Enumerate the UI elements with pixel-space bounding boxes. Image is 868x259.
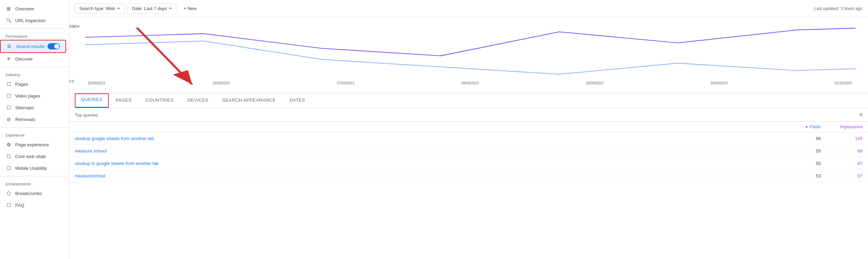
section-experience: Experience — [0, 130, 69, 139]
star-icon: ✳ — [6, 56, 12, 62]
section-indexing: Indexing — [0, 69, 69, 78]
section-performance: Performance — [0, 31, 69, 40]
divider-1 — [0, 28, 69, 29]
sidebar-item-core-web-vitals[interactable]: ☐ Core web vitals — [0, 150, 66, 162]
last-updated-label: Last updated: 3 hours ago — [814, 6, 862, 11]
sidebar-label-core-web-vitals: Core web vitals — [15, 154, 46, 159]
sidebar-label-video-pages: Video pages — [15, 93, 40, 99]
sidebar-item-sitemaps[interactable]: ☐ Sitemaps — [0, 102, 66, 113]
sidebar-label-page-experience: Page experience — [15, 142, 49, 147]
sidebar-item-search-results[interactable]: G Search results — [0, 40, 66, 53]
clicks-val-1: 96 — [779, 136, 821, 141]
sidebar-label-discover: Discover — [15, 56, 33, 62]
sidebar-label-overview: Overview — [15, 6, 34, 11]
chart-area: 1.5K 0 60K 0 25/09/2023 26/09/2023 27/09… — [69, 17, 868, 93]
impressions-val-4: 87 — [821, 173, 862, 178]
tab-dates[interactable]: DATES — [283, 93, 312, 108]
table-row[interactable]: measureschool 53 87 — [69, 170, 868, 182]
sidebar-label-sitemaps: Sitemaps — [15, 105, 34, 110]
sidebar-label-faq: FAQ — [15, 203, 24, 208]
divider-3 — [0, 127, 69, 128]
remove-icon: ⊘ — [6, 116, 12, 122]
divider-4 — [0, 176, 69, 176]
faq-icon: ☐ — [6, 202, 12, 208]
sidebar-item-breadcrumbs[interactable]: ⬡ Breadcrumbs — [0, 187, 66, 199]
table-section-title: Top queries — [75, 112, 859, 118]
search-type-filter[interactable]: Search type: Web ✏ — [75, 3, 125, 13]
mobile-icon: ☐ — [6, 165, 12, 171]
date-label: Date: Last 7 days — [132, 6, 167, 11]
video-icon: ☐ — [6, 93, 12, 99]
tab-devices-label: DEVICES — [187, 98, 208, 103]
table-row[interactable]: vlookup google sheets from another tab 9… — [69, 132, 868, 145]
sidebar-label-pages: Pages — [15, 82, 28, 87]
clicks-val-4: 53 — [779, 173, 821, 178]
plus-icon: + — [184, 6, 186, 11]
sort-down-icon: ▼ — [805, 125, 808, 129]
search-icon: 🔍 — [6, 17, 12, 24]
performance-chart — [85, 26, 856, 82]
sidebar: ⊞ Overview 🔍 URL inspection Performance … — [0, 0, 69, 259]
impressions-val-2: 88 — [821, 148, 862, 154]
impressions-val-3: 87 — [821, 161, 862, 166]
tab-countries-label: COUNTRIES — [145, 98, 173, 103]
sidebar-label-mobile-usability: Mobile Usability — [15, 166, 47, 171]
edit-icon: ✏ — [117, 6, 120, 11]
divider-2 — [0, 67, 69, 67]
tab-devices[interactable]: DEVICES — [180, 93, 215, 108]
query-text-2: measure school — [75, 148, 779, 154]
google-icon: G — [6, 43, 12, 49]
breadcrumb-icon: ⬡ — [6, 190, 12, 196]
sidebar-item-faq[interactable]: ☐ FAQ — [0, 199, 66, 211]
tabs-bar: QUERIES PAGES COUNTRIES DEVICES SEARCH A… — [69, 93, 868, 108]
date-filter[interactable]: Date: Last 7 days ✏ — [127, 3, 177, 13]
page-icon: ☐ — [6, 81, 12, 87]
sidebar-item-video-pages[interactable]: ☐ Video pages — [0, 90, 66, 102]
clicks-val-2: 55 — [779, 148, 821, 154]
tab-pages-label: PAGES — [116, 98, 132, 103]
sidebar-item-removals[interactable]: ⊘ Removals — [0, 113, 66, 125]
table-header: Top queries ≡ — [69, 108, 868, 122]
sidebar-item-url-inspection[interactable]: 🔍 URL inspection — [0, 15, 66, 26]
col-header-clicks[interactable]: ▼ Clicks — [779, 124, 821, 129]
new-button[interactable]: + New — [179, 4, 201, 13]
column-header-row: ▼ Clicks Impressions — [69, 122, 868, 132]
tab-dates-label: DATES — [289, 98, 305, 103]
search-type-label: Search type: Web — [79, 6, 115, 11]
query-text-1: vlookup google sheets from another tab — [75, 136, 779, 141]
tab-countries[interactable]: COUNTRIES — [138, 93, 180, 108]
sidebar-label-search-results: Search results — [16, 44, 45, 49]
sidebar-item-overview[interactable]: ⊞ Overview — [0, 3, 66, 15]
tab-search-appearance-label: SEARCH APPEARANCE — [222, 98, 276, 103]
sidebar-item-mobile-usability[interactable]: ☐ Mobile Usability — [0, 162, 66, 174]
cwv-icon: ☐ — [6, 153, 12, 159]
query-text-4: measureschool — [75, 173, 779, 178]
new-label: New — [188, 6, 197, 11]
clicks-val-3: 55 — [779, 161, 821, 166]
filter-icon[interactable]: ≡ — [859, 112, 862, 118]
query-text-3: vlookup in google sheets from another ta… — [75, 161, 779, 166]
topbar: Search type: Web ✏ Date: Last 7 days ✏ +… — [69, 0, 868, 17]
col-header-impressions[interactable]: Impressions — [821, 124, 862, 129]
gear-icon: ⚙ — [6, 141, 12, 148]
table-row[interactable]: measure school 55 88 — [69, 145, 868, 157]
tab-pages[interactable]: PAGES — [109, 93, 138, 108]
tab-queries-label: QUERIES — [81, 97, 102, 102]
impressions-val-1: 145 — [821, 136, 862, 141]
sidebar-item-discover[interactable]: ✳ Discover — [0, 53, 66, 65]
tab-queries[interactable]: QUERIES — [75, 93, 109, 108]
sidebar-label-breadcrumbs: Breadcrumbs — [15, 191, 42, 196]
chart-y-right-bottom: 0 — [69, 79, 865, 83]
table-area: Top queries ≡ ▼ Clicks Impressions vlook… — [69, 108, 868, 259]
sitemap-icon: ☐ — [6, 104, 12, 111]
section-enhancements: Enhancements — [0, 178, 69, 187]
sidebar-item-page-experience[interactable]: ⚙ Page experience — [0, 139, 66, 150]
search-results-toggle[interactable] — [47, 43, 60, 49]
sidebar-label-url-inspection: URL inspection — [15, 18, 46, 23]
main-content: Search type: Web ✏ Date: Last 7 days ✏ +… — [69, 0, 868, 259]
sidebar-label-removals: Removals — [15, 117, 35, 122]
sidebar-item-pages[interactable]: ☐ Pages — [0, 78, 66, 90]
table-row[interactable]: vlookup in google sheets from another ta… — [69, 157, 868, 170]
tab-search-appearance[interactable]: SEARCH APPEARANCE — [215, 93, 283, 108]
chart-y-right-top: 60K — [69, 24, 865, 28]
